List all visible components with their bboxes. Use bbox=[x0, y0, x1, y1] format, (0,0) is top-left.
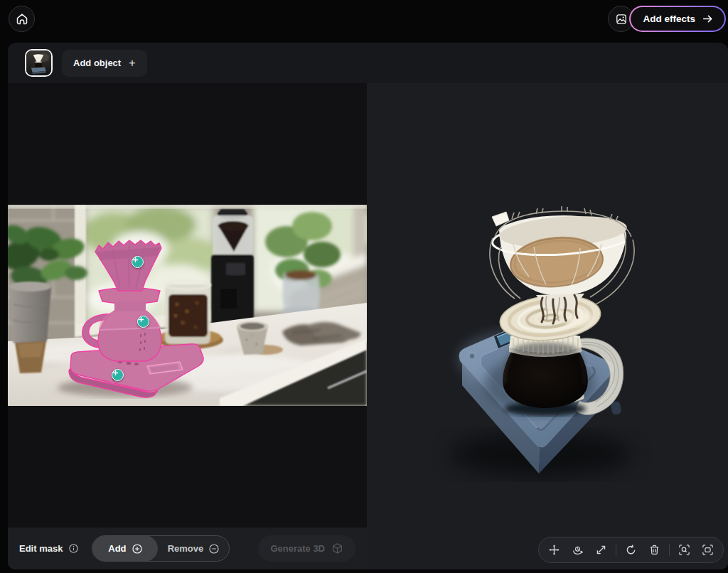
source-photo[interactable] bbox=[8, 205, 367, 406]
mask-point-marker[interactable] bbox=[137, 316, 149, 328]
frame-view-tool-button[interactable] bbox=[696, 538, 719, 562]
arrow-right-icon bbox=[702, 13, 714, 25]
edit-mask-label: Edit mask bbox=[19, 543, 63, 554]
generated-3d-model bbox=[367, 83, 728, 569]
preview-3d-canvas[interactable] bbox=[367, 83, 728, 569]
zoom-to-object-tool-button[interactable] bbox=[673, 538, 696, 562]
remove-mode-label: Remove bbox=[168, 543, 204, 554]
image-icon bbox=[615, 13, 628, 26]
toolbar-divider bbox=[669, 545, 670, 556]
app-window: Add effects bbox=[0, 0, 728, 573]
add-object-button[interactable]: Add object + bbox=[62, 50, 147, 77]
move-tool-button[interactable] bbox=[542, 538, 566, 562]
info-icon[interactable] bbox=[68, 543, 79, 554]
add-effects-button[interactable]: Add effects bbox=[629, 6, 726, 32]
plus-icon: + bbox=[129, 58, 135, 69]
generate-3d-button[interactable]: Generate 3D bbox=[258, 535, 355, 562]
home-icon bbox=[15, 12, 29, 26]
toolbar-divider bbox=[616, 545, 616, 556]
mask-point-marker[interactable] bbox=[132, 256, 144, 268]
cube-icon bbox=[331, 542, 343, 555]
mask-mode-remove[interactable]: Remove bbox=[158, 535, 229, 562]
add-effects-label: Add effects bbox=[643, 14, 695, 24]
minus-circle-icon bbox=[208, 543, 220, 555]
mask-toolbar: Edit mask Add Remove bbox=[8, 528, 367, 569]
generate-3d-label: Generate 3D bbox=[270, 543, 325, 554]
object-bar: Add object + bbox=[8, 43, 728, 83]
viewport-toolbar bbox=[538, 537, 724, 563]
home-button[interactable] bbox=[9, 6, 35, 32]
mask-point-marker[interactable] bbox=[112, 369, 124, 381]
mask-mode-add[interactable]: Add bbox=[92, 535, 158, 562]
rotate-3d-tool-button[interactable] bbox=[566, 538, 589, 562]
mask-mode-segmented-control: Add Remove bbox=[92, 535, 230, 562]
source-image-canvas[interactable] bbox=[8, 83, 367, 528]
zoom-to-object-icon bbox=[678, 544, 690, 556]
scale-tool-button[interactable] bbox=[589, 538, 613, 562]
add-object-label: Add object bbox=[73, 58, 121, 68]
delete-tool-button[interactable] bbox=[643, 538, 666, 562]
edit-mask-group: Edit mask bbox=[19, 543, 79, 554]
move-icon bbox=[548, 544, 560, 556]
reset-view-icon bbox=[625, 544, 637, 556]
trash-icon bbox=[648, 544, 660, 556]
scale-icon bbox=[595, 544, 607, 556]
plus-circle-icon bbox=[132, 543, 143, 555]
editor-panel: Add object + bbox=[8, 43, 728, 569]
reset-view-tool-button[interactable] bbox=[619, 538, 643, 562]
top-bar: Add effects bbox=[0, 0, 728, 43]
rotate-3d-icon bbox=[572, 544, 584, 556]
frame-view-icon bbox=[702, 544, 714, 556]
object-thumbnail-selected[interactable] bbox=[25, 49, 53, 77]
add-mode-label: Add bbox=[108, 543, 126, 554]
mask-marker-layer bbox=[8, 205, 367, 406]
